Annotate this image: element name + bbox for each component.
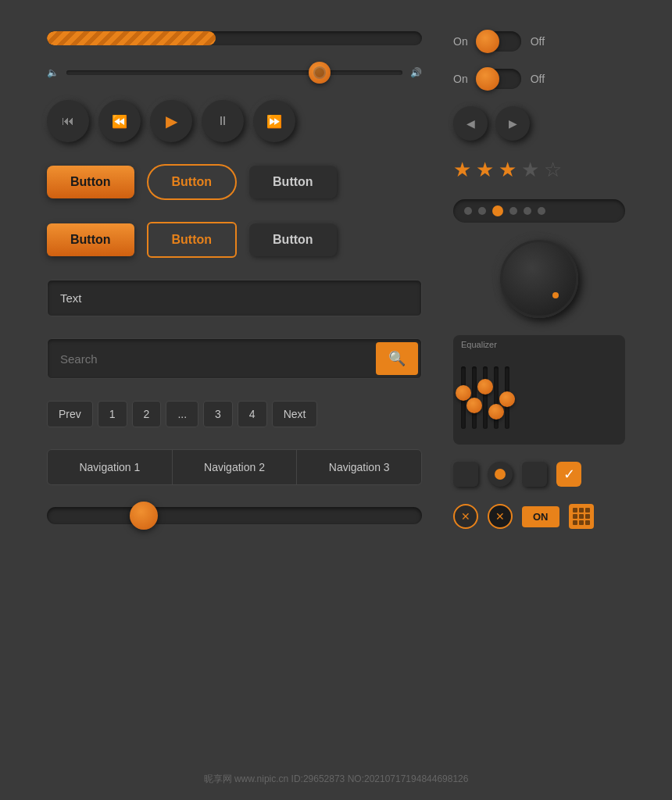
grid-dot-7 [573, 520, 577, 525]
eq-track-1[interactable] [461, 366, 466, 429]
nav-right-button[interactable]: ▶ [495, 106, 530, 141]
toggle-2-on-label: On [453, 73, 468, 85]
toggle-2[interactable] [477, 69, 521, 89]
bottom-slider-thumb[interactable] [130, 502, 158, 530]
button-2-rect-outline[interactable]: Button [147, 222, 238, 258]
volume-high-icon: 🔊 [410, 67, 422, 78]
toggle-2-off-label: Off [531, 73, 545, 85]
equalizer: Equalizer [453, 335, 625, 445]
nav-tab-3[interactable]: Navigation 3 [297, 450, 421, 484]
rotary-knob[interactable] [500, 240, 578, 318]
nav-tab-2[interactable]: Navigation 2 [173, 450, 298, 484]
button-1-outline[interactable]: Button [147, 164, 238, 200]
buttons-row-2: Button Button Button [47, 222, 422, 258]
page-3-button[interactable]: 3 [203, 401, 233, 427]
toggle-1-knob [476, 30, 499, 53]
nav-tab-1[interactable]: Navigation 1 [48, 450, 173, 484]
prev-page-button[interactable]: Prev [47, 401, 93, 427]
toggle-1-off-label: Off [531, 35, 545, 48]
checkbox-empty[interactable] [453, 462, 478, 487]
next-page-button[interactable]: Next [272, 401, 318, 427]
knob-container [453, 240, 625, 318]
buttons-row-1: Button Button Button [47, 164, 422, 200]
eq-sliders [461, 359, 617, 437]
eq-track-2[interactable] [472, 366, 477, 429]
volume-thumb[interactable] [309, 62, 331, 84]
grid-dot-2 [579, 508, 584, 512]
grid-button[interactable] [569, 504, 594, 529]
toggle-row-2: On Off [453, 69, 625, 89]
prev-button[interactable]: ⏪ [98, 100, 141, 142]
star-3[interactable]: ★ [499, 158, 517, 182]
eq-col-1 [461, 359, 466, 437]
volume-low-icon: 🔈 [47, 67, 59, 78]
eq-col-4 [494, 359, 499, 437]
eq-thumb-5[interactable] [499, 391, 515, 407]
checkbox-checked[interactable]: ✓ [556, 462, 581, 487]
star-rating: ★ ★ ★ ★ ☆ [453, 158, 625, 182]
nav-arrows: ◀ ▶ [453, 106, 625, 141]
cancel-button-2[interactable]: ✕ [488, 504, 513, 529]
dot-4[interactable] [509, 207, 517, 215]
button-2-dark[interactable]: Button [249, 223, 337, 256]
dot-3-active[interactable] [492, 205, 503, 216]
nav-left-button[interactable]: ◀ [453, 106, 488, 141]
eq-col-3 [483, 359, 488, 437]
page-4-button[interactable]: 4 [238, 401, 267, 427]
grid-dot-9 [585, 520, 590, 525]
toggle-1-on-label: On [453, 35, 468, 48]
dot-2[interactable] [478, 207, 486, 215]
dot-1[interactable] [464, 207, 472, 215]
dot-5[interactable] [524, 207, 531, 215]
eq-track-5[interactable] [505, 366, 509, 429]
page-2-button[interactable]: 2 [132, 401, 162, 427]
progress-fill [47, 31, 216, 45]
eq-thumb-4[interactable] [488, 404, 504, 420]
grid-dot-6 [585, 514, 590, 519]
grid-dot-4 [573, 514, 577, 519]
eq-thumb-2[interactable] [466, 398, 482, 413]
search-button[interactable]: 🔍 [376, 342, 418, 375]
eq-thumb-3[interactable] [477, 379, 493, 395]
eq-track-4[interactable] [494, 366, 499, 429]
eq-col-2 [472, 359, 477, 437]
dot-6[interactable] [538, 207, 545, 215]
star-4[interactable]: ★ [521, 158, 539, 182]
volume-track[interactable] [66, 70, 402, 75]
pagination: Prev 1 2 ... 3 4 Next [47, 401, 422, 427]
eq-col-5 [505, 359, 509, 437]
star-1[interactable]: ★ [453, 158, 471, 182]
text-input[interactable] [47, 280, 422, 316]
on-button[interactable]: ON [522, 506, 559, 527]
checkbox-square-empty[interactable] [522, 462, 547, 487]
button-1-solid[interactable]: Button [47, 166, 134, 198]
cancel-button-1[interactable]: ✕ [453, 504, 478, 529]
grid-dot-1 [573, 508, 577, 512]
grid-dot-3 [585, 508, 590, 512]
controls-row-1: ✓ [453, 462, 625, 487]
star-5[interactable]: ☆ [544, 158, 562, 182]
bottom-slider[interactable] [47, 507, 422, 524]
toggle-2-knob [476, 67, 499, 91]
star-2[interactable]: ★ [476, 158, 494, 182]
controls-row-2: ✕ ✕ ON [453, 504, 625, 529]
eq-track-3[interactable] [483, 366, 488, 429]
grid-dot-5 [579, 514, 584, 519]
forward-button[interactable]: ⏩ [253, 100, 295, 142]
grid-dot-8 [579, 520, 584, 525]
toggle-1[interactable] [477, 31, 521, 52]
radio-selected[interactable] [488, 462, 513, 487]
pause-button[interactable]: ⏸ [202, 100, 244, 142]
equalizer-label: Equalizer [461, 340, 497, 349]
play-button[interactable]: ▶ [150, 100, 192, 142]
search-bar: 🔍 [47, 338, 422, 379]
rewind-button[interactable]: ⏮ [47, 100, 89, 142]
dot-pagination [453, 199, 625, 223]
search-input[interactable] [48, 341, 373, 377]
volume-slider-row: 🔈 🔊 [47, 67, 422, 78]
button-1-dark[interactable]: Button [249, 166, 337, 198]
button-2-rect[interactable]: Button [47, 223, 134, 256]
media-controls: ⏮ ⏪ ▶ ⏸ ⏩ [47, 100, 422, 142]
watermark: 昵享网 www.nipic.cn ID:29652873 NO:20210717… [0, 773, 672, 786]
page-1-button[interactable]: 1 [98, 401, 127, 427]
